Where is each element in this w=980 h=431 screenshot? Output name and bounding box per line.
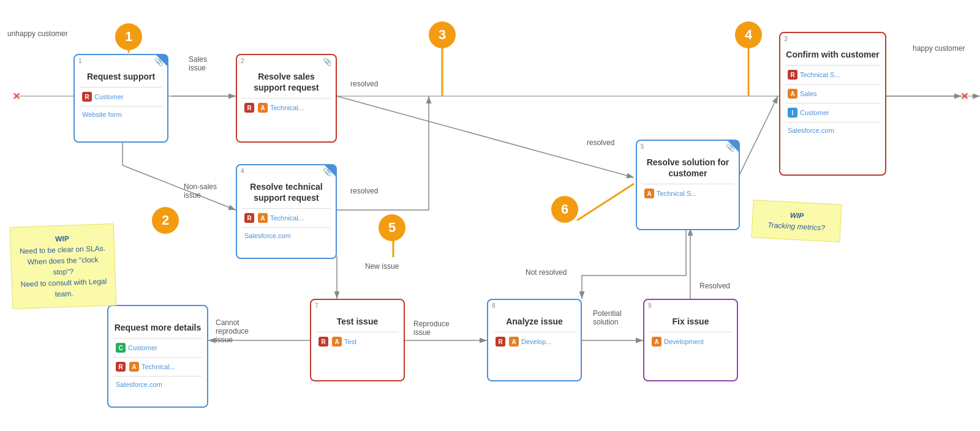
box2-clip: 📎	[323, 58, 332, 66]
box-fix-issue[interactable]: 9 Fix issue A Development	[643, 299, 738, 381]
box5-role-text: Technical S...	[657, 190, 696, 197]
box7-role-text: Test	[344, 338, 356, 345]
badge-Ar: A	[129, 362, 139, 372]
box8-title: Analyze issue	[493, 316, 576, 327]
box2-role: R A Technical...	[242, 101, 331, 114]
box-resolve-sales[interactable]: 2 📎 Resolve sales support request R A Te…	[236, 54, 337, 143]
box-req-role-ra-text: Technical...	[141, 363, 175, 370]
box4-link[interactable]: Salesforce.com	[242, 230, 331, 241]
box3-role-a-text: Sales	[800, 90, 817, 97]
label-resolved-4: Resolved	[699, 282, 730, 290]
circle-4: 4	[735, 21, 762, 48]
circle-6: 6	[551, 196, 578, 223]
label-sales-issue: Salesissue	[189, 55, 207, 72]
svg-line-11	[577, 184, 634, 220]
badge-R8: R	[496, 337, 505, 347]
box5-role: A Technical S...	[642, 187, 734, 200]
exit-x-mark: ✕	[960, 91, 968, 102]
badge-C: C	[116, 343, 126, 353]
box1-link[interactable]: Website form	[80, 109, 162, 120]
box-request-more-details[interactable]: Request more details C Customer R A Tech…	[107, 305, 208, 408]
box4-title: Resolve technical support request	[242, 181, 331, 203]
box7-role: R A Test	[316, 335, 399, 348]
box-req-link[interactable]: Salesforce.com	[113, 379, 202, 390]
box-resolve-technical[interactable]: 4 📎 Resolve technical support request R …	[236, 164, 337, 259]
box4-role-text: Technical...	[270, 214, 304, 222]
box2-title: Resolve sales support request	[242, 71, 331, 93]
diagram-container: ✕ ✕ unhappy customer happy customer Sale…	[0, 0, 980, 431]
box2-role-text: Technical...	[270, 104, 304, 111]
box1-num: 1	[78, 58, 82, 64]
unhappy-customer-label: unhappy customer	[7, 29, 68, 38]
box8-num: 8	[492, 302, 496, 309]
circle-2: 2	[152, 207, 179, 234]
circle-1: 1	[115, 23, 142, 50]
badge-R: R	[82, 92, 92, 102]
box9-title: Fix issue	[649, 316, 732, 327]
badge-R3: R	[788, 70, 797, 80]
box-req-role-c: C Customer	[113, 341, 202, 354]
box9-role: A Development	[649, 335, 732, 348]
badge-R2: R	[244, 103, 254, 113]
box2-num: 2	[241, 58, 244, 64]
box3-role-i: I Customer	[785, 106, 880, 119]
box-analyze-issue[interactable]: 8 Analyze issue R A Develop...	[487, 299, 582, 381]
box1-title: Request support	[80, 71, 162, 82]
box8-role: R A Develop...	[493, 335, 576, 348]
box3-link[interactable]: Salesforce.com	[785, 125, 880, 136]
circle-5: 5	[379, 214, 405, 241]
badge-I3: I	[788, 108, 797, 118]
label-not-resolved: Not resolved	[526, 268, 567, 277]
box3-role-a: A Sales	[785, 87, 880, 100]
box9-num: 9	[648, 302, 652, 309]
box3-role-r: R Technical S...	[785, 68, 880, 81]
badge-A9: A	[652, 337, 662, 347]
label-new-issue: New issue	[365, 262, 399, 271]
badge-A3: A	[788, 89, 797, 99]
circle-3: 3	[429, 21, 456, 48]
entry-x-mark: ✕	[12, 91, 20, 102]
box4-role: R A Technical...	[242, 211, 331, 225]
svg-line-6	[337, 96, 634, 178]
badge-R4: R	[244, 213, 254, 223]
box-resolve-solution[interactable]: 5 📎 Resolve solution for customer A Tech…	[636, 140, 740, 230]
box3-role-i-text: Customer	[800, 109, 829, 116]
badge-R7: R	[318, 337, 328, 347]
label-non-sales-issue: Non-salesissue	[184, 182, 217, 200]
label-potential-solution: Potentialsolution	[593, 309, 622, 326]
sticky-note-wip1: WIP Need to be clear on SLAs. When does …	[10, 223, 117, 309]
box3-title: Confirm with customer	[785, 49, 880, 60]
box7-num: 7	[315, 302, 318, 309]
badge-A8: A	[509, 337, 519, 347]
box-req-role-ra: R A Technical...	[113, 360, 202, 373]
box-confirm-customer[interactable]: 3 Confirm with customer R Technical S...…	[779, 32, 886, 176]
label-reproduce-issue: Reproduceissue	[413, 320, 450, 337]
badge-A2: A	[258, 103, 268, 113]
box1-role-text: Customer	[94, 93, 124, 100]
box5-title: Resolve solution for customer	[642, 157, 734, 179]
svg-line-13	[738, 96, 778, 178]
badge-A5: A	[644, 189, 654, 198]
box1-role-customer: R Customer	[80, 90, 162, 103]
label-resolved-3: resolved	[587, 138, 614, 147]
box5-num: 5	[641, 143, 644, 150]
box9-role-text: Development	[664, 338, 704, 345]
label-resolved-2: resolved	[350, 187, 378, 195]
badge-A7: A	[332, 337, 342, 347]
box3-role-r-text: Technical S...	[800, 71, 840, 78]
box-test-issue[interactable]: 7 Test issue R A Test	[310, 299, 405, 381]
badge-A4: A	[258, 213, 268, 223]
box8-role-text: Develop...	[521, 338, 552, 345]
box7-title: Test issue	[316, 316, 399, 327]
box-request-support[interactable]: 1 📎 Request support R Customer Website f…	[74, 54, 168, 143]
box4-num: 4	[241, 168, 244, 174]
badge-Rr: R	[116, 362, 126, 372]
box-req-details-title: Request more details	[113, 322, 202, 333]
box-req-role-c-text: Customer	[128, 344, 157, 351]
box3-num: 3	[784, 36, 788, 42]
label-resolved-1: resolved	[350, 80, 378, 88]
label-cannot-reproduce: Cannotreproduceissue	[216, 318, 249, 344]
sticky-note-wip2: WIP Tracking metrics?	[751, 200, 842, 242]
happy-customer-label: happy customer	[913, 44, 965, 53]
